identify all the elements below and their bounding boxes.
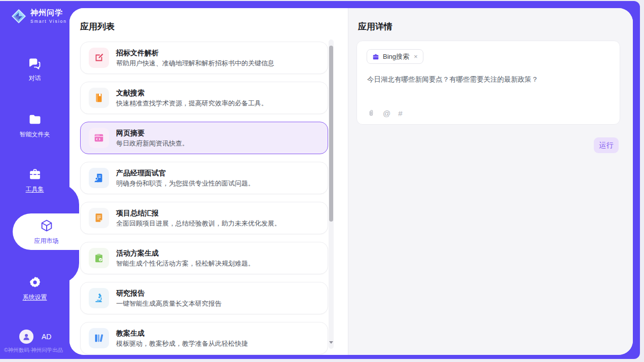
chat-bubbles-icon (0, 57, 69, 70)
sidebar-item-toolset[interactable]: 工具集 (0, 167, 69, 194)
app-card-title: 文献搜索 (116, 89, 268, 97)
card-text: 招标文件解析 帮助用户快速、准确地理解和解析招标书中的关键信息 (116, 49, 274, 67)
app-window: 应用列表 招标文件解析 帮助用户快速、准确地理解和解析招标书中的关键信息 (0, 1, 640, 359)
app-card-lesson-plan[interactable]: 教案生成 模板驱动，教案秒成，教学准备从此轻松快捷 (80, 322, 328, 354)
app-card-title: 招标文件解析 (116, 49, 274, 57)
app-card-desc: 每日政府新闻资讯快查。 (116, 139, 189, 148)
app-card-title: 研究报告 (116, 289, 222, 298)
app-card-title: 项目总结汇报 (116, 209, 281, 218)
scrollbar-thumb[interactable] (329, 46, 333, 222)
app-card-title: 教案生成 (116, 329, 248, 338)
sidebar-item-label: 系统设置 (0, 293, 69, 302)
diamond-logo-icon (11, 9, 26, 24)
folder-icon (0, 113, 69, 127)
books-icon (89, 328, 109, 348)
clipboard-check-icon (89, 248, 109, 268)
app-card-web-summary[interactable]: 网页摘要 每日政府新闻资讯快查。 (80, 122, 328, 154)
app-list-title: 应用列表 (80, 21, 115, 32)
app-card-title: 网页摘要 (116, 129, 189, 137)
sidebar-item-chat[interactable]: 对话 (0, 57, 69, 83)
app-card-desc: 一键智能生成高质量长文本研究报告 (116, 300, 222, 308)
pen-square-icon (89, 48, 109, 68)
brand-subtitle: Smart Vision (30, 19, 67, 24)
app-card-research-report[interactable]: 研究报告 一键智能生成高质量长文本研究报告 (80, 282, 328, 314)
app-card-desc: 智能生成个性化活动方案，轻松解决规划难题。 (116, 260, 255, 268)
copyright-footer: ©神州数码·神州问学出品 (4, 347, 69, 354)
briefcase-icon (372, 53, 379, 60)
browser-icon (89, 128, 109, 148)
attach-toolbar: @ # (367, 110, 403, 118)
brand-name: 神州问学 (30, 8, 67, 18)
toolbox-icon (0, 167, 69, 182)
main-content: 应用列表 招标文件解析 帮助用户快速、准确地理解和解析招标书中的关键信息 (69, 8, 633, 355)
query-card[interactable]: Bing搜索 × 今日湖北有哪些新闻要点？有哪些需要关注的最新政策？ @ # (356, 41, 620, 125)
app-detail-panel: 应用详情 Bing搜索 × 今日湖北有哪些新闻要点？有哪些需要关注的最新政策？ … (348, 8, 633, 355)
list-scrollbar[interactable] (329, 40, 334, 349)
sidebar-item-label: 工具集 (0, 185, 69, 194)
card-text: 研究报告 一键智能生成高质量长文本研究报告 (116, 289, 222, 308)
interviewer-icon (89, 168, 109, 188)
app-card-title: 产品经理面试官 (116, 169, 255, 177)
run-button[interactable]: 运行 (594, 137, 619, 153)
brand-logo: 神州问学 Smart Vision (11, 8, 67, 24)
app-card-desc: 全面回顾项目进展，总结经验教训，助力未来优化发展。 (116, 220, 281, 228)
gear-icon (0, 275, 69, 289)
user-account[interactable]: AD (19, 330, 51, 344)
microscope-icon (89, 288, 109, 308)
app-card-title: 活动方案生成 (116, 249, 255, 258)
app-card-desc: 快速精准查找学术资源，提高研究效率的必备工具。 (116, 99, 268, 107)
sidebar-item-smart-folder[interactable]: 智能文件夹 (0, 113, 69, 139)
app-card-literature-search[interactable]: 文献搜索 快速精准查找学术资源，提高研究效率的必备工具。 (80, 82, 328, 114)
app-card-event-plan[interactable]: 活动方案生成 智能生成个性化活动方案，轻松解决规划难题。 (80, 242, 328, 274)
app-list-panel: 应用列表 招标文件解析 帮助用户快速、准确地理解和解析招标书中的关键信息 (69, 8, 348, 355)
app-card-pm-interviewer[interactable]: 产品经理面试官 明确身份和职责，为您提供专业性的面试问题。 (80, 162, 328, 194)
mention-at-icon[interactable]: @ (383, 110, 390, 118)
app-card-project-summary[interactable]: 项目总结汇报 全面回顾项目进展，总结经验教训，助力未来优化发展。 (80, 202, 328, 234)
sidebar-item-label: 智能文件夹 (0, 130, 69, 139)
card-text: 网页摘要 每日政府新闻资讯快查。 (116, 129, 189, 148)
hashtag-icon[interactable]: # (398, 110, 402, 118)
paperclip-icon[interactable] (367, 110, 375, 118)
user-name: AD (42, 333, 51, 341)
card-text: 活动方案生成 智能生成个性化活动方案，轻松解决规划难题。 (116, 249, 255, 268)
app-card-desc: 帮助用户快速、准确地理解和解析招标书中的关键信息 (116, 59, 274, 67)
app-card-bid-parse[interactable]: 招标文件解析 帮助用户快速、准确地理解和解析招标书中的关键信息 (80, 42, 328, 74)
brand-text: 神州问学 Smart Vision (30, 8, 67, 24)
app-card-list: 招标文件解析 帮助用户快速、准确地理解和解析招标书中的关键信息 文献搜索 快速精… (80, 42, 328, 354)
tool-tag-bing-search[interactable]: Bing搜索 × (367, 49, 423, 64)
app-card-desc: 明确身份和职责，为您提供专业性的面试问题。 (116, 179, 255, 188)
scroll-down-icon[interactable] (329, 344, 333, 348)
sidebar-item-label: 对话 (0, 74, 69, 83)
query-text[interactable]: 今日湖北有哪些新闻要点？有哪些需要关注的最新政策？ (367, 75, 610, 84)
tool-tag-label: Bing搜索 (383, 52, 409, 61)
app-card-desc: 模板驱动，教案秒成，教学准备从此轻松快捷 (116, 340, 248, 348)
card-text: 文献搜索 快速精准查找学术资源，提高研究效率的必备工具。 (116, 89, 268, 107)
scroll-up-icon[interactable] (329, 41, 333, 45)
card-text: 产品经理面试官 明确身份和职责，为您提供专业性的面试问题。 (116, 169, 255, 188)
sidebar: 神州问学 Smart Vision 对话 智能文件夹 工具集 (0, 1, 69, 359)
close-icon[interactable]: × (414, 53, 418, 60)
avatar (19, 330, 33, 344)
card-text: 项目总结汇报 全面回顾项目进展，总结经验教训，助力未来优化发展。 (116, 209, 281, 228)
note-icon (89, 208, 109, 228)
book-icon (89, 88, 109, 108)
app-detail-title: 应用详情 (358, 21, 392, 32)
sidebar-item-settings[interactable]: 系统设置 (0, 275, 69, 302)
card-text: 教案生成 模板驱动，教案秒成，教学准备从此轻松快捷 (116, 329, 248, 348)
